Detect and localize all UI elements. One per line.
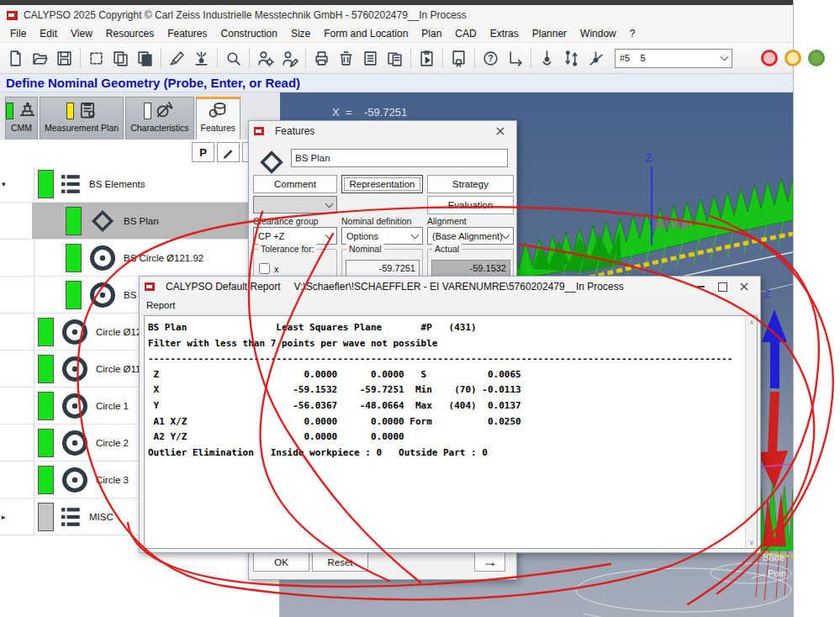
menu-resources[interactable]: Resources bbox=[99, 26, 161, 41]
menu-view[interactable]: View bbox=[64, 26, 99, 41]
approve-report-button[interactable] bbox=[446, 46, 471, 71]
tab-characteristics[interactable]: Characteristics bbox=[125, 97, 193, 140]
maximize-icon bbox=[718, 282, 727, 292]
minimize-icon bbox=[697, 286, 705, 287]
scroll-up-icon[interactable]: ∧ bbox=[746, 316, 758, 328]
red-arrow-shaft bbox=[768, 392, 779, 452]
feature-name-input[interactable] bbox=[291, 149, 508, 167]
features-dialog-titlebar[interactable]: Features bbox=[249, 121, 516, 140]
report-preview-button[interactable] bbox=[383, 46, 407, 71]
minimize-button[interactable] bbox=[689, 279, 711, 294]
menu-extras[interactable]: Extras bbox=[483, 26, 526, 41]
tree-row-bs-plan[interactable]: BS Plan bbox=[0, 203, 280, 240]
wireframe-label-2: Poin bbox=[768, 568, 786, 578]
next-button[interactable]: → bbox=[474, 552, 505, 572]
menu-features[interactable]: Features bbox=[161, 26, 214, 41]
save-button[interactable] bbox=[52, 46, 77, 71]
scroll-down-icon[interactable]: ∨ bbox=[746, 536, 758, 548]
menu-?[interactable]: ? bbox=[623, 26, 642, 41]
menu-form-and-location[interactable]: Form and Location bbox=[317, 26, 415, 41]
clearance-group-select[interactable]: CP +Z bbox=[253, 227, 337, 245]
probe-updown-button[interactable] bbox=[559, 46, 584, 71]
probe-touch-button[interactable] bbox=[189, 46, 214, 71]
select-frame-icon bbox=[87, 50, 105, 67]
close-button[interactable] bbox=[489, 124, 511, 139]
report-list-button[interactable] bbox=[358, 46, 383, 71]
tab-cmm[interactable]: CMM bbox=[5, 97, 38, 140]
menu-size[interactable]: Size bbox=[284, 26, 317, 41]
report-scrollbar[interactable]: ∧ ∨ bbox=[745, 316, 757, 548]
nominal-definition-select[interactable]: Options bbox=[341, 227, 423, 245]
nominal-value-field[interactable]: -59.7251 bbox=[346, 260, 420, 277]
group-icon bbox=[60, 173, 83, 195]
tab-measurement-plan[interactable]: Measurement Plan bbox=[40, 97, 124, 140]
run-plan-button[interactable] bbox=[415, 46, 439, 71]
menu-file[interactable]: File bbox=[3, 26, 33, 41]
tolerance-label: Tolerance for: bbox=[258, 244, 317, 254]
expander-down-icon[interactable]: ▾ bbox=[2, 180, 6, 188]
status-bar bbox=[38, 170, 54, 198]
menu-construction[interactable]: Construction bbox=[214, 26, 284, 41]
menu-window[interactable]: Window bbox=[573, 26, 623, 41]
probe-stop-button[interactable] bbox=[535, 46, 559, 71]
search-button[interactable] bbox=[221, 46, 246, 71]
report-titlebar[interactable]: CALYPSO Default Report V:\Schaefler\!SCH… bbox=[140, 277, 760, 297]
operator-settings-button[interactable] bbox=[253, 46, 277, 71]
menu-plan[interactable]: Plan bbox=[415, 26, 448, 41]
alignment-label: Alignment bbox=[427, 216, 467, 226]
paste-button[interactable] bbox=[133, 46, 157, 71]
representation-button[interactable]: Representation bbox=[341, 175, 423, 193]
open-file-button[interactable] bbox=[28, 46, 52, 71]
select-frame-button[interactable] bbox=[84, 46, 108, 71]
menu-cad[interactable]: CAD bbox=[448, 26, 483, 41]
reset-button-label: Reset bbox=[327, 557, 352, 567]
edit-button[interactable] bbox=[217, 142, 240, 162]
menu-planner[interactable]: Planner bbox=[526, 26, 573, 41]
evaluation-button-label: Evaluation bbox=[448, 200, 494, 210]
features-dialog-title: Features bbox=[275, 125, 489, 137]
tolerance-x-checkbox[interactable] bbox=[259, 263, 270, 274]
menu-edit[interactable]: Edit bbox=[33, 26, 64, 41]
feature-type-select[interactable] bbox=[253, 196, 337, 214]
ok-button[interactable]: OK bbox=[253, 552, 309, 572]
probe-display-button[interactable]: P bbox=[192, 142, 214, 162]
close-button[interactable] bbox=[733, 279, 755, 294]
status-bar bbox=[66, 281, 82, 309]
expander-right-icon[interactable]: ▸ bbox=[2, 513, 6, 521]
status-bar bbox=[38, 318, 54, 346]
new-file-button[interactable] bbox=[3, 46, 28, 71]
diameter-hammer-icon bbox=[155, 99, 175, 123]
maximize-button[interactable] bbox=[711, 279, 733, 294]
alignment-select[interactable]: (Base Alignment) bbox=[427, 227, 514, 245]
chevron-down-icon bbox=[721, 53, 729, 61]
comment-button[interactable]: Comment bbox=[253, 175, 337, 193]
save-icon bbox=[55, 50, 73, 67]
reset-button[interactable]: Reset bbox=[312, 552, 368, 572]
tree-row-bs-circle-121-92[interactable]: BS Circle Ø121.92 bbox=[0, 240, 280, 277]
comment-button-label: Comment bbox=[274, 179, 316, 189]
operator-edit-button[interactable] bbox=[277, 46, 302, 71]
help-button[interactable]: ? bbox=[478, 46, 503, 71]
wireframe-label-1: Bßde bbox=[763, 552, 785, 562]
circle-icon bbox=[60, 465, 90, 495]
status-light-yellow bbox=[785, 50, 801, 66]
probe-selector-dropdown[interactable]: #5 5 bbox=[615, 49, 732, 68]
nominal-label: Nominal bbox=[346, 244, 384, 254]
menu-report[interactable]: Report bbox=[146, 300, 176, 310]
probe-config-button[interactable] bbox=[584, 46, 608, 71]
delete-button[interactable] bbox=[334, 46, 358, 71]
tab-label: Measurement Plan bbox=[40, 123, 123, 133]
print-button[interactable] bbox=[309, 46, 334, 71]
tab-icon-row bbox=[66, 99, 98, 123]
brush-button[interactable] bbox=[165, 46, 189, 71]
copy-button[interactable] bbox=[108, 46, 133, 71]
ok-button-label: OK bbox=[274, 557, 288, 567]
tree-row-bs-elements[interactable]: ▾BS Elements bbox=[0, 166, 280, 203]
coordinate-system-button[interactable] bbox=[503, 46, 527, 71]
svg-text:?: ? bbox=[488, 53, 493, 63]
tab-features[interactable]: Features bbox=[196, 97, 240, 140]
tolerance-x-label: x bbox=[274, 264, 279, 274]
evaluation-button[interactable]: Evaluation bbox=[427, 196, 514, 214]
tab-icon-row bbox=[6, 99, 37, 123]
strategy-button[interactable]: Strategy bbox=[427, 175, 514, 193]
